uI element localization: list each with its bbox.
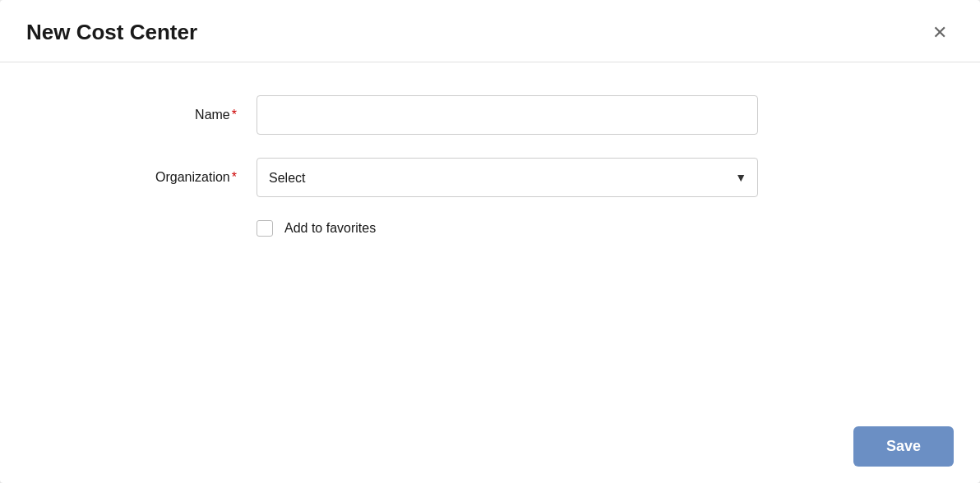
modal-header: New Cost Center ✕	[0, 0, 980, 62]
organization-select-wrapper: Select ▼	[257, 158, 758, 197]
modal-body: Name* Organization* Select ▼ Add to favo…	[0, 62, 980, 286]
organization-select[interactable]: Select	[257, 158, 758, 197]
organization-label: Organization*	[26, 170, 257, 185]
add-to-favorites-label[interactable]: Add to favorites	[284, 221, 376, 236]
favorites-row: Add to favorites	[257, 220, 954, 237]
modal-title: New Cost Center	[26, 20, 197, 45]
save-button[interactable]: Save	[853, 426, 954, 467]
name-label: Name*	[26, 108, 257, 122]
add-to-favorites-checkbox[interactable]	[257, 220, 273, 237]
name-input[interactable]	[257, 95, 758, 135]
name-required-star: *	[232, 108, 237, 122]
modal-footer: Save	[827, 410, 980, 483]
name-row: Name*	[26, 95, 954, 135]
close-icon: ✕	[932, 24, 947, 42]
close-button[interactable]: ✕	[926, 21, 954, 45]
organization-row: Organization* Select ▼	[26, 158, 954, 197]
new-cost-center-modal: New Cost Center ✕ Name* Organization* Se…	[0, 0, 980, 483]
organization-required-star: *	[232, 170, 237, 184]
